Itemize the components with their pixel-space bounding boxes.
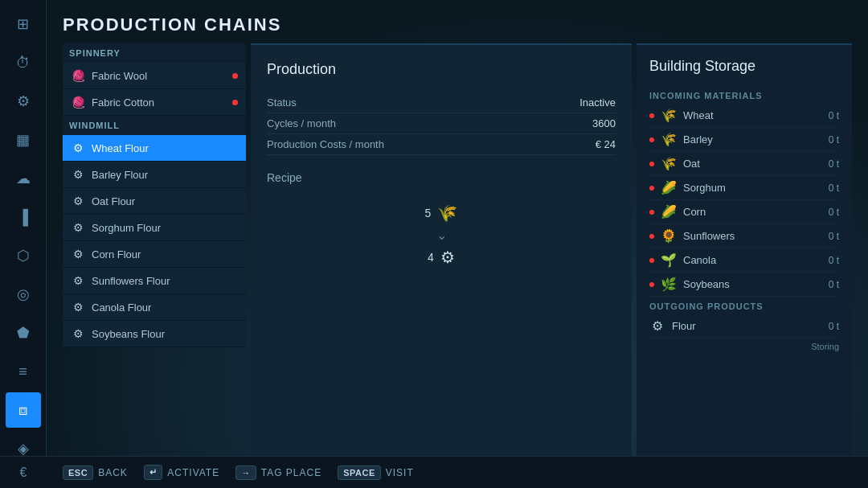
flour-storage-icon: ⚙ bbox=[649, 318, 665, 334]
visit-label: VISIT bbox=[386, 467, 414, 478]
sunflowers-storage-icon: 🌻 bbox=[661, 228, 677, 244]
incoming-header: INCOMING MATERIALS bbox=[649, 86, 839, 104]
cost-row: Production Costs / month € 24 bbox=[267, 134, 616, 155]
status-row: Status Inactive bbox=[267, 92, 616, 113]
chain-item-fabric-wool[interactable]: 🧶 Fabric Wool bbox=[63, 63, 246, 89]
storing-label: Storing bbox=[649, 338, 839, 351]
sunflowers-flour-icon: ⚙ bbox=[71, 273, 85, 288]
sorghum-value: 0 t bbox=[815, 182, 839, 194]
production-title: Production bbox=[267, 61, 616, 78]
corn-dot bbox=[649, 210, 654, 215]
sorghum-dot bbox=[649, 186, 654, 191]
oat-flour-icon: ⚙ bbox=[71, 194, 85, 208]
storage-row-canola: 🌱 Canola 0 t bbox=[649, 248, 839, 273]
fabric-cotton-dot bbox=[232, 100, 238, 105]
chain-item-fabric-cotton[interactable]: 🧶 Fabric Cotton bbox=[63, 89, 246, 116]
activate-badge: ↵ bbox=[144, 465, 163, 480]
storage-row-sorghum: 🌽 Sorghum 0 t bbox=[649, 176, 839, 200]
oat-flour-label: Oat Flour bbox=[92, 195, 135, 207]
sidebar-item-production[interactable]: ⧈ bbox=[6, 392, 41, 428]
fabric-wool-dot bbox=[232, 73, 238, 79]
sidebar-item-money[interactable]: ◎ bbox=[6, 277, 41, 312]
soybeans-dot bbox=[649, 282, 654, 287]
sunflowers-name: Sunflowers bbox=[683, 230, 809, 242]
cycles-label: Cycles / month bbox=[267, 117, 336, 129]
sidebar-item-wheel[interactable]: ⚙ bbox=[6, 84, 41, 119]
soybeans-value: 0 t bbox=[815, 279, 839, 290]
sidebar-item-animal[interactable]: ⬟ bbox=[6, 315, 41, 351]
sidebar-item-map[interactable]: ⊞ bbox=[6, 6, 41, 42]
visit-button[interactable]: SPACE VISIT bbox=[338, 465, 414, 480]
bottom-bar: ESC BACK ↵ ACTIVATE → TAG PLACE SPACE VI… bbox=[47, 456, 868, 488]
cost-value: € 24 bbox=[596, 138, 616, 150]
canola-storage-icon: 🌱 bbox=[661, 252, 677, 268]
storage-title: Building Storage bbox=[649, 58, 839, 75]
sidebar-item-calendar[interactable]: ▦ bbox=[6, 122, 41, 158]
chain-item-soybeans-flour[interactable]: ⚙ Soybeans Flour bbox=[63, 321, 246, 347]
sorghum-storage-icon: 🌽 bbox=[661, 180, 677, 195]
wheat-name: Wheat bbox=[683, 109, 809, 121]
chain-list: SPINNERY 🧶 Fabric Wool 🧶 Fabric Cotton W… bbox=[63, 43, 246, 456]
tag-label: TAG PLACE bbox=[261, 467, 321, 478]
euro-icon: € bbox=[20, 465, 27, 480]
canola-flour-label: Canola Flour bbox=[92, 301, 151, 314]
wheat-recipe-icon: 🌾 bbox=[437, 203, 457, 223]
fabric-wool-icon: 🧶 bbox=[71, 68, 85, 83]
storage-row-barley: 🌾 Barley 0 t bbox=[649, 128, 839, 152]
chain-item-corn-flour[interactable]: ⚙ Corn Flour bbox=[63, 241, 246, 268]
soybeans-flour-label: Soybeans Flour bbox=[92, 328, 165, 340]
space-badge: SPACE bbox=[338, 465, 381, 480]
barley-dot bbox=[649, 137, 654, 142]
flour-value: 0 t bbox=[815, 321, 839, 332]
outgoing-header: OUTGOING PRODUCTS bbox=[649, 297, 839, 314]
cycles-row: Cycles / month 3600 bbox=[267, 113, 616, 134]
sunflowers-flour-label: Sunflowers Flour bbox=[92, 275, 170, 287]
sidebar-item-weather[interactable]: ☁ bbox=[6, 161, 41, 196]
chain-item-sunflowers-flour[interactable]: ⚙ Sunflowers Flour bbox=[63, 268, 246, 294]
recipe-section: Recipe 5 🌾 ⌄ 4 ⚙ bbox=[267, 171, 616, 275]
wheat-storage-icon: 🌾 bbox=[661, 108, 677, 123]
canola-flour-icon: ⚙ bbox=[71, 300, 85, 314]
sidebar-item-vehicle[interactable]: ⬡ bbox=[6, 238, 41, 273]
barley-value: 0 t bbox=[815, 134, 839, 146]
corn-value: 0 t bbox=[815, 207, 839, 218]
chain-item-wheat-flour[interactable]: ⚙ Wheat Flour bbox=[63, 135, 246, 162]
fabric-wool-label: Fabric Wool bbox=[92, 70, 147, 82]
barley-name: Barley bbox=[683, 133, 809, 146]
sidebar-item-stats[interactable]: ▐ bbox=[6, 199, 41, 235]
activate-button[interactable]: ↵ ACTIVATE bbox=[144, 465, 219, 480]
status-label: Status bbox=[267, 96, 297, 109]
sidebar: ⊞ ⏱ ⚙ ▦ ☁ ▐ ⬡ ◎ ⬟ ≡ ⧈ ◈ bbox=[0, 0, 47, 488]
tag-place-button[interactable]: → TAG PLACE bbox=[235, 465, 321, 480]
chain-item-oat-flour[interactable]: ⚙ Oat Flour bbox=[63, 188, 246, 215]
sidebar-item-time[interactable]: ⏱ bbox=[6, 45, 41, 80]
status-value: Inactive bbox=[579, 96, 616, 109]
tag-badge: → bbox=[235, 465, 256, 480]
storage-row-wheat: 🌾 Wheat 0 t bbox=[649, 104, 839, 128]
chain-item-barley-flour[interactable]: ⚙ Barley Flour bbox=[63, 162, 246, 188]
cost-label: Production Costs / month bbox=[267, 138, 384, 150]
chain-item-sorghum-flour[interactable]: ⚙ Sorghum Flour bbox=[63, 215, 246, 241]
sidebar-item-log[interactable]: ≡ bbox=[6, 354, 41, 389]
soybeans-name: Soybeans bbox=[683, 278, 809, 290]
storage-row-oat: 🌾 Oat 0 t bbox=[649, 152, 839, 176]
recipe-flow: 5 🌾 ⌄ 4 ⚙ bbox=[267, 195, 616, 275]
back-button[interactable]: ESC BACK bbox=[63, 465, 128, 480]
sorghum-flour-label: Sorghum Flour bbox=[92, 222, 161, 234]
flour-name: Flour bbox=[672, 320, 809, 332]
corn-flour-icon: ⚙ bbox=[71, 247, 85, 261]
euro-button[interactable]: € bbox=[0, 456, 47, 488]
storage-row-sunflowers: 🌻 Sunflowers 0 t bbox=[649, 224, 839, 248]
fabric-cotton-label: Fabric Cotton bbox=[92, 96, 154, 109]
barley-storage-icon: 🌾 bbox=[661, 132, 677, 147]
wheat-value: 0 t bbox=[815, 110, 839, 121]
sorghum-flour-icon: ⚙ bbox=[71, 220, 85, 235]
storage-row-flour: ⚙ Flour 0 t bbox=[649, 314, 839, 338]
corn-flour-label: Corn Flour bbox=[92, 248, 141, 260]
cycles-value: 3600 bbox=[592, 117, 616, 129]
recipe-output-item: 4 ⚙ bbox=[428, 248, 455, 267]
wheat-dot bbox=[649, 113, 654, 118]
production-panel: Production Status Inactive Cycles / mont… bbox=[251, 43, 632, 456]
oat-name: Oat bbox=[683, 158, 809, 170]
chain-item-canola-flour[interactable]: ⚙ Canola Flour bbox=[63, 294, 246, 321]
